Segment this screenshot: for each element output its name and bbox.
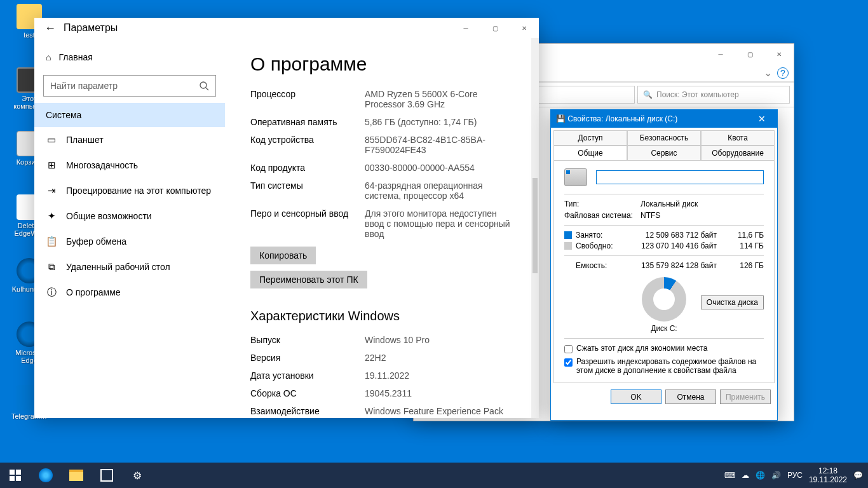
window-title: Параметры [64,22,118,34]
tab-general[interactable]: Общие [553,146,627,160]
free-label: Свободно: [576,241,630,250]
settings-window: ← Параметры ─ ▢ ✕ ⌂ Главная Найти параме… [34,18,539,418]
sidebar-item-clipboard[interactable]: 📋Буфер обмена [34,229,225,254]
compress-checkbox[interactable] [564,345,573,353]
sidebar-item-system[interactable]: Система [34,103,225,127]
explorer-search[interactable]: 🔍 Поиск: Этот компьютер [637,86,790,104]
taskbar-settings[interactable]: ⚙ [122,463,153,488]
apply-button[interactable]: Применить [720,390,771,404]
sidebar-label: О программе [66,287,121,297]
spec-label: Выпуск [250,335,365,345]
settings-search[interactable]: Найти параметр [43,75,216,97]
sidebar-label: Буфер обмена [66,236,126,247]
remote-icon: ⧉ [46,261,57,273]
tab-sharing[interactable]: Доступ [553,130,627,146]
tab-security[interactable]: Безопасность [627,130,701,146]
tablet-icon: ▭ [46,134,57,146]
drive-label-input[interactable] [596,170,764,184]
notifications-icon[interactable]: 💬 [853,471,863,480]
sidebar-label: Система [46,110,81,120]
type-value: Локальный диск [641,200,698,208]
close-button[interactable]: ✕ [764,44,794,64]
sidebar-item-projecting[interactable]: ⇥Проецирование на этот компьютер [34,178,225,203]
sidebar-item-about[interactable]: ⓘО программе [34,280,225,305]
onedrive-icon[interactable]: ☁ [742,471,749,480]
taskbar-edge[interactable] [31,463,61,488]
folder-icon [69,470,83,481]
sidebar-item-tablet[interactable]: ▭Планшет [34,127,225,152]
drive-icon [564,168,587,186]
language-indicator[interactable]: РУС [787,471,803,480]
search-placeholder: Поиск: Этот компьютер [656,90,739,99]
fs-value: NTFS [641,211,660,220]
scrollbar[interactable] [531,38,539,418]
cancel-button[interactable]: Отмена [665,390,716,404]
index-checkbox[interactable] [564,358,573,367]
sidebar-item-multitask[interactable]: ⊞Многозадачность [34,152,225,178]
maximize-button[interactable]: ▢ [735,44,764,64]
ok-button[interactable]: OK [611,390,661,404]
spec-row: Дата установки19.11.2022 [250,370,513,381]
scrollbar-thumb[interactable] [532,178,538,273]
help-icon[interactable]: ? [777,67,789,79]
spec-value: Windows Feature Experience Pack 120.2212… [365,406,513,418]
back-button[interactable]: ← [41,22,64,35]
tab-tools[interactable]: Сервис [627,146,701,160]
svg-point-0 [200,82,207,88]
clock[interactable]: 12:18 19.11.2022 [809,466,847,485]
capacity-label: Емкость: [576,261,630,270]
taskbar-store[interactable] [92,463,122,488]
compress-label: Сжать этот диск для экономии места [576,344,707,353]
taskbar: ⚙ ⌨ ☁ 🌐 🔊 РУС 12:18 19.11.2022 💬 [0,463,868,488]
network-icon[interactable]: 🌐 [756,471,765,480]
spec-value: 00330-80000-00000-AA554 [365,163,513,173]
shared-icon: ✦ [46,210,57,222]
free-swatch [564,242,572,250]
tab-quota[interactable]: Квота [701,130,775,146]
spec-value: 5,86 ГБ (доступно: 1,74 ГБ) [365,117,513,127]
sidebar-label: Проецирование на этот компьютер [66,186,211,196]
minimize-button[interactable]: ─ [706,44,735,64]
svg-line-1 [206,88,208,90]
windows-icon [10,470,21,481]
spec-label: Взаимодействие [250,406,365,418]
dialog-footer: OK Отмена Применить [551,386,777,408]
spec-label: Сборка ОС [250,388,365,398]
used-label: Занято: [576,231,630,240]
home-link[interactable]: ⌂ Главная [34,46,225,69]
search-placeholder: Найти параметр [50,81,118,91]
taskbar-explorer[interactable] [61,463,92,488]
touch-keyboard-icon[interactable]: ⌨ [724,471,735,480]
spec-row: Код устройства855DD674-BC82-4B1C-85BA-F7… [250,135,513,155]
disk-cleanup-button[interactable]: Очистка диска [701,295,764,309]
sidebar-label: Многозадачность [66,160,138,170]
properties-titlebar[interactable]: 💾 Свойства: Локальный диск (C:) ✕ [551,110,777,128]
spec-label: Версия [250,353,365,363]
volume-icon[interactable]: 🔊 [771,471,781,480]
settings-sidebar: ⌂ Главная Найти параметр Система ▭Планше… [34,18,225,418]
store-icon [100,469,113,482]
spec-row: Код продукта00330-80000-00000-AA554 [250,163,513,173]
type-label: Тип: [564,200,641,208]
info-icon: ⓘ [46,287,57,298]
spec-row: ВзаимодействиеWindows Feature Experience… [250,406,513,418]
settings-content: О программе ПроцессорAMD Ryzen 5 5600X 6… [225,18,539,418]
chevron-down-icon[interactable]: ⌄ [764,67,772,79]
spec-row: Версия22H2 [250,353,513,363]
used-bytes: 12 509 683 712 байт [630,231,729,240]
sidebar-item-shared[interactable]: ✦Общие возможности [34,203,225,229]
tab-hardware[interactable]: Оборудование [701,146,775,160]
copy-button[interactable]: Копировать [250,247,316,264]
used-swatch [564,231,572,239]
spec-label: Перо и сенсорный ввод [250,208,365,239]
sidebar-label: Общие возможности [66,211,152,221]
page-heading: О программе [250,53,513,75]
close-button[interactable]: ✕ [752,114,772,124]
search-icon [199,81,209,91]
gear-icon: ⚙ [133,470,142,482]
start-button[interactable] [0,463,31,488]
sidebar-item-remote[interactable]: ⧉Удаленный рабочий стол [34,254,225,280]
rename-pc-button[interactable]: Переименовать этот ПК [250,271,367,288]
spec-row: Оперативная память5,86 ГБ (доступно: 1,7… [250,117,513,127]
spec-label: Тип системы [250,180,365,201]
